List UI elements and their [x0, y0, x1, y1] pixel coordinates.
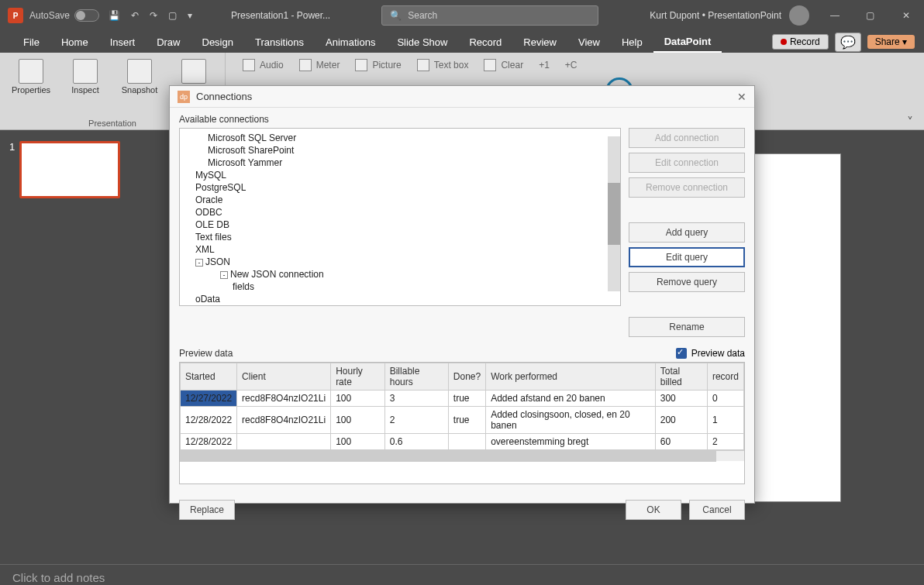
tab-design[interactable]: Design — [191, 31, 244, 53]
table-row[interactable]: 12/28/2022recd8F8O4nzIO21Li1002trueAdded… — [181, 407, 744, 434]
dialog-titlebar[interactable]: dp Connections ✕ — [170, 86, 754, 108]
preview-grid[interactable]: StartedClientHourly rateBillable hoursDo… — [179, 362, 745, 484]
inspect-icon — [73, 59, 98, 84]
minimize-button[interactable]: — — [817, 0, 853, 31]
close-button[interactable]: ✕ — [888, 0, 924, 31]
snapshot-icon — [127, 59, 152, 84]
replace-button[interactable]: Replace — [179, 500, 235, 520]
available-connections-label: Available connections — [179, 114, 745, 125]
tree-toggle-icon[interactable]: - — [220, 271, 228, 279]
tree-item[interactable]: OLE DB — [186, 219, 614, 231]
grid-header[interactable]: Hourly rate — [331, 363, 385, 391]
picture-button[interactable]: Picture — [347, 56, 409, 74]
tree-item[interactable]: ODBC — [186, 206, 614, 219]
table-row[interactable]: 12/28/20221000.6overeenstemming bregt602 — [181, 434, 744, 450]
grid-header[interactable]: Total billed — [655, 363, 707, 391]
toggle-switch[interactable] — [74, 9, 99, 22]
titlebar: P AutoSave 💾 ↶ ↷ ▢ ▾ Presentation1 - Pow… — [0, 0, 924, 31]
tab-file[interactable]: File — [12, 31, 50, 53]
powerpoint-icon: P — [8, 8, 23, 23]
tree-item[interactable]: Microsoft SharePoint — [186, 144, 614, 157]
tab-animations[interactable]: Animations — [315, 31, 386, 53]
tab-slideshow[interactable]: Slide Show — [386, 31, 458, 53]
save-icon[interactable]: 💾 — [109, 10, 120, 21]
inspect-button[interactable]: Inspect — [64, 59, 107, 95]
connections-dialog: dp Connections ✕ Available connections M… — [169, 85, 755, 504]
undo-icon[interactable]: ↶ — [131, 10, 139, 21]
tree-item[interactable]: Oracle — [186, 194, 614, 206]
grid-header[interactable]: Billable hours — [384, 363, 448, 391]
ok-button[interactable]: OK — [626, 500, 681, 520]
meter-button[interactable]: Meter — [291, 56, 348, 74]
user-name[interactable]: Kurt Dupont • PresentationPoint — [650, 10, 781, 21]
edit-query-button[interactable]: Edit query — [629, 247, 745, 267]
tab-review[interactable]: Review — [512, 31, 567, 53]
rename-button[interactable]: Rename — [629, 317, 745, 337]
tree-scrollbar[interactable] — [608, 136, 620, 291]
slide-thumbnail-1[interactable] — [19, 141, 120, 198]
share-button[interactable]: Share ▾ — [867, 35, 915, 49]
tree-item[interactable]: XML — [186, 243, 614, 256]
ribbon-group-label: Presentation — [88, 119, 136, 128]
tab-datapoint[interactable]: DataPoint — [653, 31, 722, 53]
comments-button[interactable]: 💬 — [835, 33, 861, 52]
tab-view[interactable]: View — [567, 31, 611, 53]
remove-query-button[interactable]: Remove query — [629, 272, 745, 292]
meter-icon — [299, 59, 312, 71]
properties-icon — [19, 59, 43, 84]
properties-button[interactable]: Properties — [9, 59, 53, 95]
redo-icon[interactable]: ↷ — [150, 10, 157, 21]
tree-item[interactable]: -JSON — [186, 256, 614, 268]
connections-tree[interactable]: Microsoft SQL ServerMicrosoft SharePoint… — [179, 128, 621, 306]
ribbon-collapse-button[interactable]: ˅ — [896, 53, 924, 129]
tab-transitions[interactable]: Transitions — [244, 31, 315, 53]
add-query-button[interactable]: Add query — [629, 222, 745, 243]
tree-item[interactable]: Microsoft SQL Server — [186, 132, 614, 144]
grid-header[interactable]: Done? — [448, 363, 485, 391]
autosave-label: AutoSave — [29, 10, 70, 21]
add-connection-button[interactable]: Add connection — [629, 128, 745, 148]
tab-record[interactable]: Record — [458, 31, 512, 53]
clear-icon — [484, 59, 496, 71]
qat-more-icon[interactable]: ▾ — [188, 10, 192, 21]
tree-item[interactable]: Text files — [186, 231, 614, 243]
tree-item[interactable]: PostgreSQL — [186, 181, 614, 194]
grid-header[interactable]: Client — [237, 363, 331, 391]
tab-home[interactable]: Home — [50, 31, 99, 53]
edit-connection-button[interactable]: Edit connection — [629, 153, 745, 173]
textbox-button[interactable]: Text box — [409, 56, 477, 74]
tree-item[interactable]: MySQL — [186, 169, 614, 181]
snapshot-button[interactable]: Snapshot — [118, 59, 161, 95]
clear-button[interactable]: Clear — [476, 56, 531, 74]
tab-draw[interactable]: Draw — [146, 31, 191, 53]
textbox-icon — [417, 59, 429, 71]
tab-help[interactable]: Help — [611, 31, 653, 53]
dialog-close-button[interactable]: ✕ — [737, 91, 746, 103]
grid-header[interactable]: record — [707, 363, 743, 391]
record-button[interactable]: Record — [772, 34, 829, 50]
plusc-button[interactable]: +C — [557, 56, 585, 74]
tree-item[interactable]: oData — [186, 293, 614, 305]
maximize-button[interactable]: ▢ — [853, 0, 888, 31]
table-row[interactable]: 12/27/2022recd8F8O4nzIO21Li1003trueAdded… — [181, 391, 744, 407]
tree-item[interactable]: -New JSON connection — [186, 268, 614, 280]
tree-toggle-icon[interactable]: - — [195, 259, 203, 267]
tree-item[interactable]: Microsoft Yammer — [186, 157, 614, 169]
tab-insert[interactable]: Insert — [99, 31, 147, 53]
notes-pane[interactable]: Click to add notes — [0, 564, 924, 585]
avatar[interactable] — [789, 5, 809, 26]
plus1-button[interactable]: +1 — [531, 56, 557, 74]
grid-h-scrollbar[interactable] — [180, 450, 744, 461]
grid-header[interactable]: Started — [181, 363, 237, 391]
cancel-button[interactable]: Cancel — [689, 500, 745, 520]
preview-data-checkbox[interactable]: Preview data — [676, 348, 745, 359]
present-icon[interactable]: ▢ — [168, 10, 177, 21]
remove-connection-button[interactable]: Remove connection — [629, 177, 745, 198]
search-placeholder: Search — [408, 10, 437, 21]
tree-item[interactable]: fields — [186, 280, 614, 293]
thumb-number: 1 — [9, 141, 15, 198]
audio-button[interactable]: Audio — [235, 56, 291, 74]
grid-header[interactable]: Work performed — [486, 363, 656, 391]
autosave-toggle[interactable]: AutoSave — [29, 9, 99, 22]
search-input[interactable]: 🔍 Search — [381, 5, 598, 26]
